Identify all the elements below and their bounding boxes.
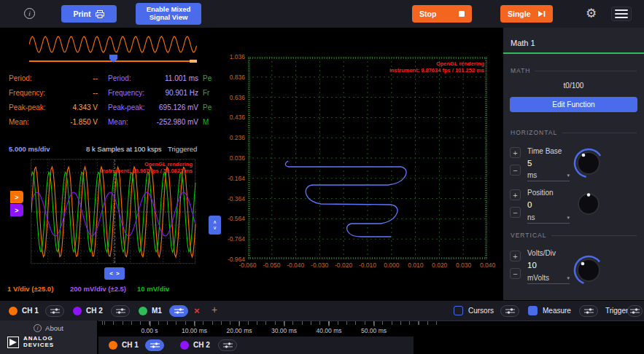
ch1-tab[interactable]: CH 1 <box>122 341 139 349</box>
ch1-settings-button[interactable] <box>145 339 164 351</box>
xy-x-axis: -0.060-0.050-0.040-0.030-0.020-0.0100.00… <box>236 261 500 269</box>
m1-frequency-label-truncated: Fr <box>203 89 209 97</box>
x-axis-label: -0.060 <box>236 261 260 269</box>
voltsdiv-unit-select[interactable]: mVolts ▾ <box>527 274 570 284</box>
scope-opengl-status: OpenGL rendering instrument: 19.967 fps … <box>76 161 193 174</box>
add-channel-icon[interactable]: + <box>212 304 217 315</box>
ruler-labels: 0.00 s10.00 ms20.00 ms30.00 ms40.00 ms50… <box>98 321 644 337</box>
settings-sliders-icon <box>116 307 125 315</box>
m1-tab[interactable]: M1 <box>152 307 162 315</box>
ch1-settings-button[interactable] <box>45 305 64 317</box>
position-unit-select[interactable]: ns ▾ <box>527 213 570 224</box>
timebase-readout: 5.000 ms/div <box>9 145 50 153</box>
ch1-mean-label: Mean: <box>9 118 29 126</box>
m1-color-dot <box>139 307 147 315</box>
opengl-status-line2: instrument: 19.967 fps / 50.0827 ms <box>76 168 193 174</box>
y-axis-label: -0.164 <box>228 176 245 181</box>
settings-sliders-icon <box>630 307 640 315</box>
about-menu-item[interactable]: i About <box>0 324 97 332</box>
horizontal-position-handle[interactable]: < > <box>104 267 125 280</box>
trigger-time-line[interactable] <box>115 160 115 263</box>
trigger-settings-button[interactable] <box>627 305 643 317</box>
info-glyph: i <box>29 10 31 17</box>
ch1-color-dot <box>109 341 117 350</box>
section-vertical-label: VERTICAL <box>511 232 546 239</box>
measure-settings-button[interactable] <box>579 305 598 317</box>
m1-period-label-truncated: Pe <box>203 74 212 82</box>
measure-checkbox[interactable] <box>528 306 538 315</box>
about-label: About <box>45 324 63 332</box>
ch2-tab[interactable]: CH 2 <box>193 341 210 349</box>
math-settings-panel: Math 1 MATH t0/100 Edit Function HORIZON… <box>503 28 644 300</box>
waveform-preview-strip[interactable] <box>29 32 197 68</box>
time-base-increment-button[interactable]: + <box>510 147 521 158</box>
time-base-decrement-button[interactable]: − <box>510 165 521 176</box>
position-label: Position <box>527 189 554 197</box>
trigger-state-readout: Triggered <box>168 145 197 153</box>
position-increment-button[interactable]: + <box>510 189 521 200</box>
info-icon[interactable]: i <box>24 8 35 19</box>
y-axis-label: 0.636 <box>230 95 245 101</box>
section-math: MATH <box>511 67 637 74</box>
position-knob[interactable] <box>574 189 603 219</box>
time-base-knob[interactable] <box>573 147 605 179</box>
channel-bar: CH 1 CH 2 M1 × + Cursors Measure Trigger <box>0 300 644 320</box>
cursors-settings-button[interactable] <box>500 305 519 317</box>
edit-function-button[interactable]: Edit Function <box>510 97 637 112</box>
ch1-tab[interactable]: CH 1 <box>22 307 39 315</box>
position-decrement-button[interactable]: − <box>510 207 521 218</box>
voltsdiv-label: Volts/Div <box>527 249 556 257</box>
trigger-label: Trigger <box>605 307 628 315</box>
voltsdiv-knob[interactable] <box>573 254 605 286</box>
x-axis-label: 0.010 <box>403 261 427 269</box>
ch1-offset-handle[interactable]: > <box>10 191 23 203</box>
print-button[interactable]: Print <box>61 5 117 23</box>
ch2-offset-handle[interactable]: > <box>10 204 23 216</box>
sample-rate-readout: 8 k Samples at 100 ksps <box>86 145 162 153</box>
ruler-time-label: 50.00 ms <box>361 327 387 334</box>
x-axis-label: -0.050 <box>260 261 284 269</box>
section-horizontal: HORIZONTAL <box>511 129 637 136</box>
ch2-settings-button[interactable] <box>218 339 237 351</box>
close-m1-icon[interactable]: × <box>194 305 200 316</box>
gear-icon[interactable]: ⚙ <box>586 6 597 21</box>
settings-sliders-icon <box>174 307 184 315</box>
section-horizontal-label: HORIZONTAL <box>511 129 557 136</box>
ch2-tab[interactable]: CH 2 <box>86 307 103 315</box>
y-axis-label: 1.036 <box>230 54 245 60</box>
mixed-signal-label: Enable Mixed Signal View <box>140 6 197 22</box>
y-axis-label: 0.836 <box>230 74 245 80</box>
ch1-voltsdiv-label: 1 V/div (±25.0) <box>7 285 53 293</box>
math-function-text: t0/100 <box>503 82 644 90</box>
m1-settings-button[interactable] <box>169 305 188 317</box>
preview-scroll-handle[interactable] <box>190 60 197 63</box>
background-window-sidebar: i About ANALOG DEVICES <box>0 320 97 354</box>
ch1-frequency-label: Frequency: <box>9 89 45 97</box>
ruler-time-label: 10.00 ms <box>182 327 207 334</box>
cursors-checkbox[interactable] <box>454 306 463 315</box>
stop-button[interactable]: Stop <box>412 5 472 23</box>
xy-y-axis: 1.0360.8360.6360.4360.2360.036-0.164-0.3… <box>214 54 245 262</box>
voltsdiv-unit: mVolts <box>527 274 549 282</box>
time-base-unit-select[interactable]: ms ▾ <box>527 171 570 181</box>
printer-icon <box>96 10 104 18</box>
voltsdiv-decrement-button[interactable]: − <box>510 268 521 279</box>
xy-plot[interactable]: OpenGL rendering instrument: 9.87634 fps… <box>248 57 487 259</box>
time-domain-plot[interactable]: OpenGL rendering instrument: 19.967 fps … <box>31 159 195 264</box>
section-math-label: MATH <box>511 67 530 74</box>
ch2-frequency-label: Frequency: <box>108 89 144 97</box>
ch1-peakpeak-value: 4.343 V <box>50 103 98 111</box>
voltsdiv-increment-button[interactable]: + <box>510 251 521 261</box>
adi-triangle-logo-icon <box>7 337 19 348</box>
ch2-settings-button[interactable] <box>111 305 130 317</box>
y-axis-label: -0.564 <box>228 216 245 221</box>
time-base-label: Time Base <box>527 147 562 155</box>
settings-sliders-icon <box>505 307 515 315</box>
single-button[interactable]: Single <box>500 5 553 23</box>
ch1-frequency-value: -- <box>50 89 98 97</box>
menu-button[interactable] <box>611 7 632 21</box>
time-base-value[interactable]: 5 <box>527 159 532 168</box>
mixed-signal-button[interactable]: Enable Mixed Signal View <box>136 3 201 25</box>
position-value[interactable]: 0 <box>527 200 532 209</box>
voltsdiv-value[interactable]: 10 <box>527 261 537 270</box>
